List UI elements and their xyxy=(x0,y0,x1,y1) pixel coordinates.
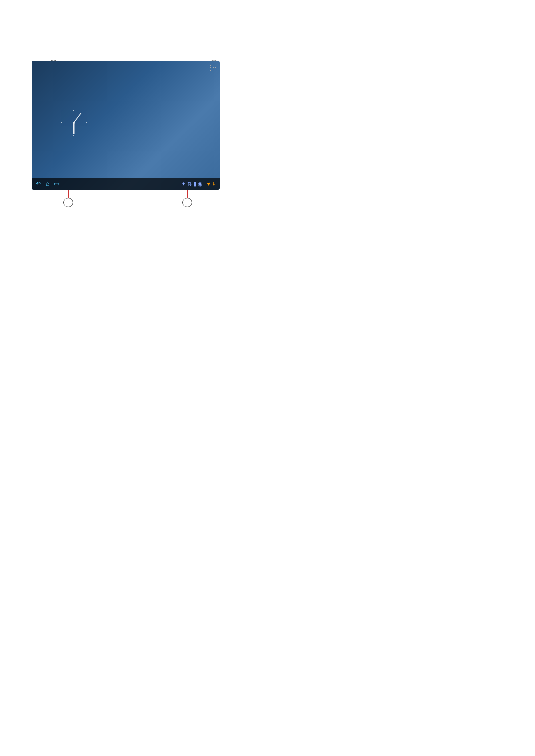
svg-point-3 xyxy=(61,122,62,123)
search-box xyxy=(35,64,43,66)
apps-button xyxy=(209,64,216,71)
svg-point-4 xyxy=(86,122,87,123)
svg-point-6 xyxy=(73,135,74,136)
svg-line-1 xyxy=(74,113,81,123)
home-screenshot: ↶ ⌂ ▭ ✦ ⇅ ▮ ◉ ♥ ⬇ xyxy=(32,61,220,190)
nav-bar: ↶ ⌂ ▭ ✦ ⇅ ▮ ◉ ♥ ⬇ xyxy=(32,178,220,190)
annotation-3 xyxy=(63,198,73,207)
annotation-4 xyxy=(182,198,192,207)
svg-point-5 xyxy=(73,110,74,111)
page-footer xyxy=(487,728,494,738)
